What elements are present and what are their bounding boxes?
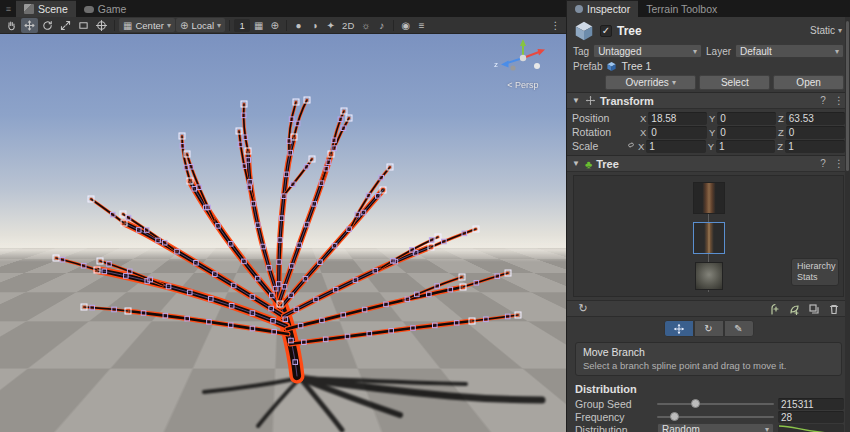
overrides-dropdown[interactable]: Overrides ▾ xyxy=(605,75,696,90)
slider-knob[interactable] xyxy=(691,399,700,408)
scrollbar-thumb[interactable] xyxy=(846,21,849,171)
transform-tool-button[interactable] xyxy=(93,18,110,33)
tree-shadow xyxy=(204,372,542,430)
distribution-dropdown[interactable]: Random ▾ xyxy=(657,423,774,432)
x-axis-cone xyxy=(538,49,546,56)
scene-tab-icon xyxy=(24,4,34,14)
duplicate-node-button[interactable] xyxy=(805,301,823,316)
tree-component-header[interactable]: ▼ ♣ Tree ? ⋮ xyxy=(567,155,850,172)
move-tool-button[interactable] xyxy=(21,18,38,33)
tree-object[interactable] xyxy=(0,34,566,432)
scene-tabbar: ≡ Scene Game xyxy=(0,0,566,17)
tree-node-leaf[interactable] xyxy=(695,262,723,290)
position-x-field[interactable]: 18.58 xyxy=(648,112,707,125)
perspective-label[interactable]: < Persp xyxy=(488,80,558,90)
frequency-value-field[interactable]: 28 xyxy=(778,411,844,423)
group-seed-slider[interactable] xyxy=(657,398,774,410)
2d-toggle[interactable]: 2D xyxy=(339,20,357,31)
scale-z-field[interactable]: 1 xyxy=(785,140,845,153)
rotation-z-field[interactable]: 0 xyxy=(786,126,845,139)
rotation-row: Rotation X0 Y0 Z0 xyxy=(567,125,850,139)
frequency-slider[interactable] xyxy=(657,411,774,423)
position-y-field[interactable]: 0 xyxy=(717,112,776,125)
scale-y-field[interactable]: 1 xyxy=(716,140,775,153)
prefab-cube-icon xyxy=(606,61,617,72)
help-icon[interactable]: ? xyxy=(817,158,829,169)
snap-value-field[interactable]: 1 xyxy=(234,19,250,32)
scale-tool-button[interactable] xyxy=(57,18,74,33)
kebab-menu-icon[interactable]: ⋮ xyxy=(833,158,845,169)
add-leaf-group-button[interactable] xyxy=(785,301,803,316)
rotation-y-field[interactable]: 0 xyxy=(717,126,776,139)
visibility-icon[interactable]: ◉ xyxy=(398,20,413,31)
audio-toggle-icon[interactable]: ♪ xyxy=(374,20,389,31)
gameobject-name-field[interactable]: Tree xyxy=(617,24,805,38)
render-mode-icon[interactable]: ◑ xyxy=(307,20,322,31)
z-axis-cone xyxy=(501,61,509,68)
prefab-buttons-row: Overrides ▾ Select Open xyxy=(567,73,850,92)
tab-scene[interactable]: Scene xyxy=(16,0,76,17)
tab-inspector[interactable]: Inspector xyxy=(567,0,638,17)
handle-space-dropdown[interactable]: ⊕ Local ▾ xyxy=(176,18,225,32)
shaded-mode-icon[interactable]: ● xyxy=(291,20,306,31)
freehand-tool-button[interactable]: ✎ xyxy=(724,320,754,337)
transform-icon xyxy=(585,95,596,106)
tag-dropdown[interactable]: Untagged ▾ xyxy=(593,44,702,58)
scale-link-icon[interactable] xyxy=(626,140,636,152)
gizmos-dropdown-icon[interactable]: ≡ xyxy=(414,20,429,31)
layer-dropdown[interactable]: Default ▾ xyxy=(735,44,844,58)
window-menu-icon[interactable]: ≡ xyxy=(0,0,16,17)
tag-layer-row: Tag Untagged ▾ Layer Default ▾ xyxy=(567,43,850,59)
add-branch-group-button[interactable] xyxy=(765,301,783,316)
toolbar-separator xyxy=(286,20,287,31)
position-z-field[interactable]: 63.53 xyxy=(786,112,845,125)
transform-header[interactable]: ▼ Transform ? ⋮ xyxy=(567,92,850,109)
move-branch-tool-button[interactable] xyxy=(664,320,694,337)
static-dropdown[interactable]: Static ▾ xyxy=(810,25,844,36)
scene-viewport[interactable]: z < Persp xyxy=(0,34,566,432)
slider-knob[interactable] xyxy=(670,412,679,421)
grid-snap-icon[interactable]: ▦ xyxy=(251,20,266,31)
chevron-down-icon: ▾ xyxy=(693,47,697,56)
gameobject-cube-icon xyxy=(573,20,595,42)
rotate-branch-tool-button[interactable]: ↻ xyxy=(694,320,724,337)
hierarchy-stats-overlay[interactable]: Hierarchy Stats xyxy=(791,258,839,287)
refresh-button[interactable]: ↻ xyxy=(574,301,592,316)
distribution-row: Distribution Random ▾ xyxy=(567,423,850,432)
kebab-menu-icon[interactable]: ⋮ xyxy=(833,95,845,106)
tree-node-branch[interactable] xyxy=(693,222,725,254)
distribution-curve-field[interactable] xyxy=(778,424,844,432)
foldout-icon[interactable]: ▼ xyxy=(572,96,581,105)
tree-node-trunk[interactable] xyxy=(693,182,725,214)
branch-tool-selector: ↻ ✎ xyxy=(567,317,850,340)
hand-tool-button[interactable] xyxy=(3,18,20,33)
rect-tool-button[interactable] xyxy=(75,18,92,33)
tab-game[interactable]: Game xyxy=(76,0,135,17)
foldout-icon[interactable]: ▼ xyxy=(572,159,581,168)
inspector-scrollbar[interactable] xyxy=(845,17,850,432)
group-seed-value-field[interactable]: 215311 xyxy=(778,398,844,410)
scene-gizmo[interactable]: z < Persp xyxy=(488,36,558,90)
scene-panel: ≡ Scene Game xyxy=(0,0,566,432)
lighting-toggle-icon[interactable]: ☼ xyxy=(358,20,373,31)
help-icon[interactable]: ? xyxy=(817,95,829,106)
delete-node-button[interactable] xyxy=(825,301,843,316)
prefab-name[interactable]: Tree 1 xyxy=(621,60,651,72)
active-checkbox[interactable]: ✓ xyxy=(600,25,612,37)
select-button[interactable]: Select xyxy=(699,75,770,90)
snap-toggle-icon[interactable]: ⊕ xyxy=(267,20,282,31)
tree-node-canvas[interactable]: Hierarchy Stats xyxy=(573,175,844,297)
tree-editor-toolbar: ↻ xyxy=(567,300,850,317)
tab-terrain-toolbox[interactable]: Terrain Toolbox xyxy=(638,0,725,17)
y-axis-cone xyxy=(520,39,526,46)
inspector-body: ✓ Tree Static ▾ Tag Untagged ▾ Layer Def… xyxy=(567,17,850,432)
scene-overflow-icon[interactable]: ⋮ xyxy=(548,20,563,31)
open-button[interactable]: Open xyxy=(773,75,844,90)
pivot-mode-dropdown[interactable]: ▦ Center ▾ xyxy=(119,18,175,32)
scale-x-field[interactable]: 1 xyxy=(646,140,705,153)
effects-icon[interactable]: ✦ xyxy=(323,20,338,31)
negative-axis-ball xyxy=(510,65,515,70)
rotate-tool-button[interactable] xyxy=(39,18,56,33)
rotation-x-field[interactable]: 0 xyxy=(648,126,707,139)
pivot-icon: ▦ xyxy=(123,20,132,31)
